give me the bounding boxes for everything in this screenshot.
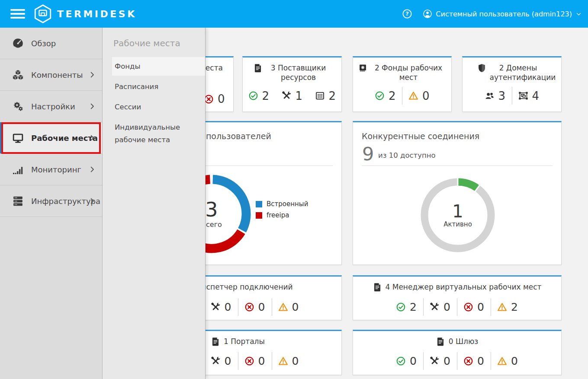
cubes-icon — [12, 69, 24, 81]
chip-icon — [358, 64, 367, 73]
monitor-icon — [12, 132, 24, 144]
stat-value: 0 — [218, 93, 225, 105]
stat-warnings: 0 — [402, 90, 436, 102]
chevron-right-icon — [88, 134, 96, 142]
available-label: из 10 доступно — [378, 151, 436, 159]
stat-warnings: 0 — [272, 356, 305, 366]
legend-item: Встроенный — [256, 200, 308, 208]
card-stats: 2 1 2 — [243, 87, 341, 105]
active-count: 1 — [452, 202, 463, 220]
stat-maintenance: 0 — [205, 302, 238, 312]
card-resource-providers: 3 Поставщики ресурсов 2 1 2 — [242, 56, 342, 112]
sidebar-item-components[interactable]: Компоненты — [0, 59, 102, 91]
user-avatar-icon — [423, 9, 432, 19]
card-title: 2 Домены аутентификации — [463, 57, 561, 82]
card-title: 2 Фонды рабочих мест — [353, 57, 451, 82]
check-circle-icon — [375, 91, 385, 101]
error-circle-icon — [244, 356, 254, 366]
stat-errors: 0 — [238, 356, 272, 366]
stat-ok: 2 — [390, 302, 423, 312]
gauge-icon — [12, 38, 24, 49]
stat-warnings: 0 — [491, 356, 524, 366]
warning-icon — [278, 302, 288, 312]
tools-icon — [430, 302, 440, 312]
card-vdi-manager: 4 Менеджер виртуальных рабочих мест 2 0 … — [353, 275, 562, 320]
card-concurrent-connections: Конкурентные соединения 9 из 10 доступно… — [353, 121, 562, 265]
object-group-icon — [518, 91, 528, 101]
submenu-title: Рабочие места — [113, 38, 205, 48]
submenu-item-pools[interactable]: Фонды — [112, 57, 205, 76]
menu-toggle-button[interactable] — [10, 9, 25, 19]
stat-maintenance: 1 — [276, 90, 309, 102]
card-stats: 2 0 0 2 — [353, 298, 561, 316]
card-stats: 3 4 — [463, 87, 561, 105]
card-workplace-pools: 2 Фонды рабочих мест 2 0 — [353, 56, 452, 112]
tools-icon — [430, 356, 440, 366]
card-title: Конкурентные соединения — [362, 131, 479, 141]
bar-chart-icon — [12, 164, 24, 175]
card-auth-domains: 2 Домены аутентификации 3 4 — [462, 56, 562, 112]
stat-maintenance: 0 — [424, 302, 457, 312]
tools-icon — [211, 356, 221, 366]
brand-title: TERMIDESK — [57, 0, 137, 28]
chevron-right-icon — [88, 197, 96, 205]
donut-total: 3 — [205, 199, 218, 220]
shield-icon — [477, 64, 486, 73]
available-count: 9 — [362, 145, 374, 163]
help-icon[interactable] — [402, 9, 412, 19]
stat-warnings: 2 — [491, 302, 524, 312]
error-circle-icon — [463, 302, 473, 312]
check-circle-icon — [396, 356, 406, 366]
warning-icon — [497, 302, 507, 312]
submenu-item-sessions[interactable]: Сессии — [112, 98, 205, 116]
stat-groups: 4 — [512, 90, 546, 102]
stat-warnings: 0 — [272, 302, 305, 312]
servers-icon — [12, 195, 24, 207]
card-title: 0 Шлюз — [353, 331, 561, 346]
legend-swatch — [256, 212, 262, 219]
submenu-item-schedules[interactable]: Расписания — [112, 77, 205, 96]
error-circle-icon — [463, 356, 473, 366]
gauge-center: 1 Активно — [421, 178, 495, 252]
card-gateway: 0 Шлюз 0 0 0 0 — [353, 330, 562, 375]
warning-icon — [278, 356, 288, 366]
stat-ok: 2 — [369, 90, 402, 102]
card-stats: 2 0 — [353, 87, 451, 105]
document-icon — [211, 337, 220, 346]
submenu-item-individual-workplaces[interactable]: Индивидуальные рабочие места — [112, 118, 201, 149]
error-circle-icon — [244, 302, 254, 312]
divider — [362, 166, 553, 166]
legend-swatch — [256, 201, 262, 207]
sidebar-item-settings[interactable]: Настройки — [0, 91, 102, 122]
workplaces-submenu: Рабочие места Фонды Расписания Сессии Ин… — [103, 28, 206, 379]
stat-maintenance: 0 — [205, 356, 238, 366]
check-circle-icon — [248, 91, 258, 101]
document-icon — [373, 283, 382, 292]
app-header: TERMIDESK Системный пользователь (admin1… — [0, 0, 588, 28]
chevron-down-icon — [575, 11, 582, 17]
warning-icon — [408, 91, 418, 101]
sidebar-item-monitoring[interactable]: Мониторинг — [0, 154, 102, 185]
card-title: 4 Менеджер виртуальных рабочих мест — [353, 277, 561, 292]
active-label: Активно — [443, 220, 472, 228]
stat-errors: 0 — [457, 302, 491, 312]
users-icon — [485, 91, 495, 101]
tools-icon — [211, 302, 221, 312]
sidebar-item-workplaces[interactable]: Рабочие места — [0, 122, 102, 154]
stat-pools: 2 — [309, 90, 342, 102]
stat-ok: 0 — [390, 356, 423, 366]
card-stats: 0 0 0 0 — [353, 352, 561, 370]
sidebar-item-overview[interactable]: Обзор — [0, 28, 102, 59]
chevron-right-icon — [88, 70, 96, 79]
gears-icon — [12, 101, 24, 112]
sidebar-item-infrastructure[interactable]: Инфраструктура — [0, 185, 102, 217]
termidesk-logo-icon — [33, 4, 53, 24]
stat-ok: 2 — [242, 90, 276, 102]
stat-errors: 0 — [457, 356, 491, 366]
chevron-right-icon — [88, 165, 96, 174]
stat-maintenance: 0 — [424, 356, 457, 366]
grid-icon — [315, 91, 325, 101]
legend-item: freeipa — [256, 211, 308, 219]
warning-icon — [497, 356, 507, 366]
user-menu[interactable]: Системный пользователь (admin123) — [423, 9, 582, 19]
